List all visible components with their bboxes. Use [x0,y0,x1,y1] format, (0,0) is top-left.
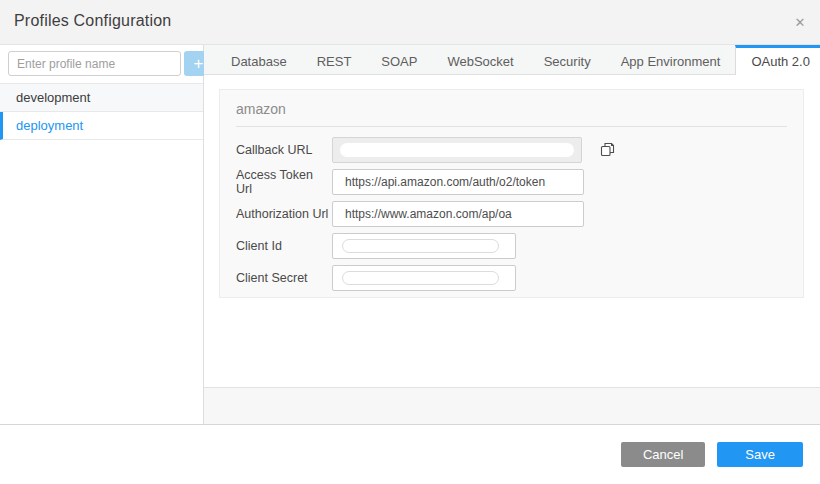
callback-url-label: Callback URL [236,143,332,157]
tab-soap[interactable]: SOAP [366,45,432,74]
access-token-url-input[interactable] [332,169,584,195]
callback-url-input [332,137,582,163]
tab-database[interactable]: Database [216,45,302,74]
dialog-header: Profiles Configuration ✕ [0,0,820,45]
callback-url-row: Callback URL [236,137,787,163]
client-secret-row: Client Secret [236,265,787,291]
profile-list: development deployment [0,83,203,140]
client-id-input[interactable] [332,233,516,259]
close-icon[interactable]: ✕ [790,13,810,33]
authorization-url-input[interactable] [332,201,584,227]
dialog-body: + development deployment Database REST S… [0,45,820,425]
profile-name-input[interactable] [8,51,181,76]
tab-app-environment[interactable]: App Environment [606,45,736,74]
profiles-configuration-dialog: Profiles Configuration ✕ + development d… [0,0,820,484]
dialog-title: Profiles Configuration [14,12,171,30]
client-id-label: Client Id [236,239,332,253]
tab-websocket[interactable]: WebSocket [432,45,528,74]
client-secret-redacted-value [342,271,499,285]
panel-footer-strip [204,387,820,424]
client-id-redacted-value [342,239,499,253]
provider-section-title: amazon [236,101,787,117]
access-token-url-label: Access Token Url [236,168,332,196]
profile-item-deployment[interactable]: deployment [0,112,203,140]
tab-rest[interactable]: REST [302,45,367,74]
authorization-url-label: Authorization Url [236,207,332,221]
section-divider [236,126,787,127]
profile-add-row: + [0,45,203,83]
client-id-row: Client Id [236,233,787,259]
main-panel: Database REST SOAP WebSocket Security Ap… [204,45,820,424]
tab-oauth-2-0[interactable]: OAuth 2.0 [735,45,820,75]
tab-bar: Database REST SOAP WebSocket Security Ap… [204,45,820,75]
save-button[interactable]: Save [717,442,803,467]
action-bar: Cancel Save [0,426,820,484]
client-secret-label: Client Secret [236,271,332,285]
access-token-url-row: Access Token Url [236,169,787,195]
profile-item-development[interactable]: development [0,84,203,112]
client-secret-input[interactable] [332,265,516,291]
profiles-sidebar: + development deployment [0,45,204,424]
tab-security[interactable]: Security [529,45,606,74]
oauth-form-card: amazon Callback URL [219,89,804,298]
copy-icon[interactable] [597,140,617,160]
cancel-button[interactable]: Cancel [621,442,705,467]
authorization-url-row: Authorization Url [236,201,787,227]
callback-url-redacted-value [340,143,574,157]
